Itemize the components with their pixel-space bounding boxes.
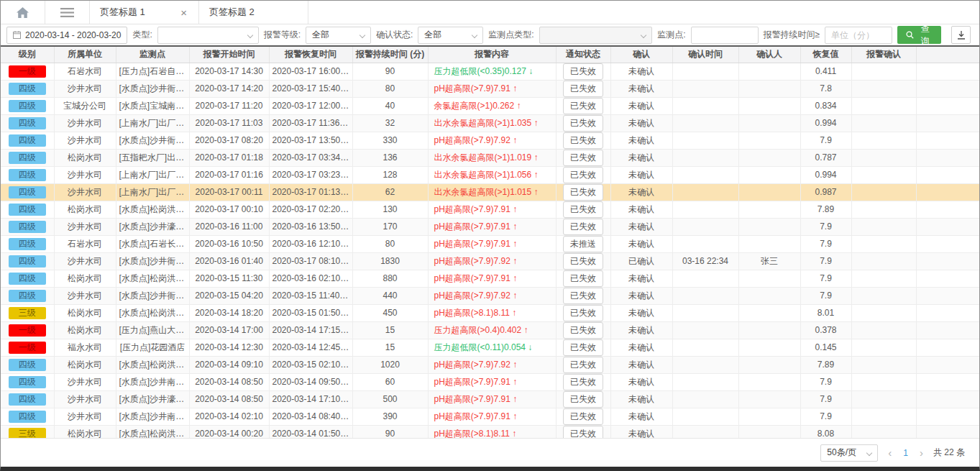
point-input[interactable] [691,27,759,44]
table-row[interactable]: 四级沙井水司[上南水厂]出厂水余氯2020-03-17 00:112020-03… [1,183,979,201]
notify-status-cell: 已失效 [556,201,610,218]
confirm-status-cell: 未确认 [610,270,672,287]
query-button[interactable]: 查询 [897,26,941,44]
next-page-button[interactable]: › [918,447,925,459]
table-row[interactable]: 四级松岗水司[水质点]松岗洪桥头社区2020-03-17 00:102020-0… [1,201,979,218]
search-icon [906,31,914,39]
table-row[interactable]: 四级沙井水司[水质点]沙井濠景城2020-03-14 08:502020-03-… [1,390,979,408]
pagination-bar: 50条/页 ‹ 1 › 共 22 条 [1,438,979,467]
notify-status-button[interactable]: 未推送 [563,236,603,252]
notify-status-button[interactable]: 已失效 [563,408,603,425]
table-row[interactable]: 四级沙井水司[水质点]沙井南沙派出所2020-03-14 02:102020-0… [1,408,979,425]
chevron-down-icon [472,32,477,37]
notify-status-button[interactable]: 已失效 [563,391,603,408]
column-header: 监测点 [116,47,189,63]
notify-status-button[interactable]: 已失效 [563,115,603,132]
notify-status-button[interactable]: 已失效 [563,270,603,287]
notify-status-button[interactable]: 已失效 [563,167,603,183]
alarm-duration-cell: 80 [352,235,428,252]
confirm-time-cell [672,97,738,114]
alarm-confirm-cell [851,183,916,201]
home-button[interactable] [1,1,45,24]
company-cell: 沙井水司 [54,390,116,408]
notify-status-button[interactable]: 已失效 [563,132,603,149]
table-row[interactable]: 四级沙井水司[水质点]沙井衙边社区2020-03-17 08:202020-03… [1,132,979,149]
notify-status-button[interactable]: 已失效 [563,374,603,390]
notify-status-button[interactable]: 已失效 [563,426,603,439]
date-range-picker[interactable]: 2020-03-14 - 2020-03-20 [6,27,127,44]
monitor-point-cell: [压力点]燕山大道北行燕景华 [116,321,189,339]
confirm-user-cell [738,373,800,390]
notify-status-button[interactable]: 已失效 [563,339,603,356]
table-row[interactable]: 一级石岩水司[压力点]石岩自来水公司2020-03-17 14:302020-0… [1,63,979,80]
prev-page-button[interactable]: ‹ [887,447,893,459]
column-header: 报警开始时间 [189,47,269,63]
notify-status-button[interactable]: 已失效 [563,81,603,97]
tab-page-2[interactable]: 页签标题 2 [199,1,308,24]
current-page[interactable]: 1 [902,448,910,458]
notify-status-cell: 已失效 [556,425,610,438]
alarm-recover-time-cell: 2020-03-17 01:13:40 [269,183,352,201]
notify-status-cell: 已失效 [556,218,610,235]
table-row[interactable]: 四级宝城分公司[水质点]宝城南方医科大2020-03-17 11:202020-… [1,97,979,114]
close-icon[interactable]: × [179,7,188,18]
confirm-status-select[interactable]: 全部 [418,27,483,44]
notify-status-cell: 已失效 [556,80,610,97]
table-row[interactable]: 四级沙井水司[水质点]沙井濠景城2020-03-16 11:002020-03-… [1,218,979,235]
table-row[interactable]: 四级沙井水司[水质点]沙井南沙派出所2020-03-14 08:502020-0… [1,373,979,390]
table-row[interactable]: 四级沙井水司[水质点]沙井衙边社区2020-03-17 14:202020-03… [1,80,979,97]
duration-input[interactable] [825,27,892,44]
notify-status-button[interactable]: 已失效 [563,322,603,339]
notify-status-button[interactable]: 已失效 [563,305,603,321]
confirm-time-cell [672,63,738,80]
notify-status-button[interactable]: 已失效 [563,253,603,270]
monitor-point-cell: [压力点]花园酒店 [116,339,189,356]
table-row[interactable]: 四级石岩水司[水质点]石岩长城工业区2020-03-16 10:502020-0… [1,235,979,252]
table-row[interactable]: 四级沙井水司[上南水厂]出厂水余氯2020-03-17 01:162020-03… [1,166,979,183]
alarm-duration-cell: 32 [352,114,428,132]
confirm-time-cell [672,270,738,287]
notify-status-button[interactable]: 已失效 [563,288,603,304]
notify-status-button[interactable]: 已失效 [563,63,603,80]
level-cell: 四级 [1,97,54,114]
confirm-status-cell: 未确认 [610,218,672,235]
table-row[interactable]: 四级沙井水司[上南水厂]出厂水余氯2020-03-17 11:032020-03… [1,114,979,132]
alarm-content-cell: 余氯超高限(>1)0.262 ↑ [428,97,556,114]
table-row[interactable]: 一级松岗水司[压力点]燕山大道北行燕景华2020-03-14 17:002020… [1,321,979,339]
notify-status-button[interactable]: 已失效 [563,357,603,373]
menu-button[interactable] [45,1,90,24]
recovery-value-cell: 7.9 [800,390,851,408]
notify-status-button[interactable]: 已失效 [563,219,603,235]
table-row[interactable]: 四级松岗水司[水质点]松岗洪桥头社区2020-03-15 11:302020-0… [1,270,979,287]
table-row[interactable]: 三级松岗水司[水质点]松岗洪桥头社区2020-03-14 18:202020-0… [1,304,979,321]
download-icon [957,31,966,40]
confirm-user-cell [738,304,800,321]
alarm-content-cell: pH超高限(>7.9)7.91 ↑ [428,235,556,252]
export-button[interactable] [951,26,971,44]
monitor-point-cell: [水质点]沙井濠景城 [116,390,189,408]
table-row[interactable]: 三级松岗水司[水质点]松岗洪桥头社区2020-03-14 00:202020-0… [1,425,979,438]
alarm-confirm-cell [851,63,916,80]
notify-status-button[interactable]: 已失效 [563,98,603,114]
tab-page-1[interactable]: 页签标题 1 × [90,1,199,24]
point-type-select[interactable] [539,27,653,44]
table-row[interactable]: 四级沙井水司[水质点]沙井衙边社区2020-03-16 01:402020-03… [1,252,979,270]
table-row[interactable]: 四级沙井水司[水质点]沙井衙边社区2020-03-15 04:202020-03… [1,287,979,304]
table-row[interactable]: 四级松岗水司[五指耙水厂]出厂水余氯2020-03-17 01:182020-0… [1,149,979,166]
monitor-point-cell: [水质点]石岩长城工业区 [116,235,189,252]
empty-cell [916,132,979,149]
type-select[interactable] [157,27,259,44]
notify-status-button[interactable]: 已失效 [563,150,603,166]
empty-cell [916,408,979,425]
point-label: 监测点: [657,29,685,41]
alarm-content-cell: 出水余氯超高限(>1)1.056 ↑ [428,166,556,183]
alarm-level-select[interactable]: 全部 [306,27,371,44]
table-row[interactable]: 四级松岗水司[水质点]松岗洪桥头社区2020-03-14 09:102020-0… [1,356,979,373]
level-cell: 四级 [1,373,54,390]
level-cell: 四级 [1,149,54,166]
column-header: 报警持续时间 (分) [352,47,428,63]
notify-status-button[interactable]: 已失效 [563,201,603,218]
table-row[interactable]: 一级福永水司[压力点]花园酒店2020-03-14 12:302020-03-1… [1,339,979,356]
notify-status-button[interactable]: 已失效 [563,184,603,201]
page-size-select[interactable]: 50条/页 [820,444,878,462]
